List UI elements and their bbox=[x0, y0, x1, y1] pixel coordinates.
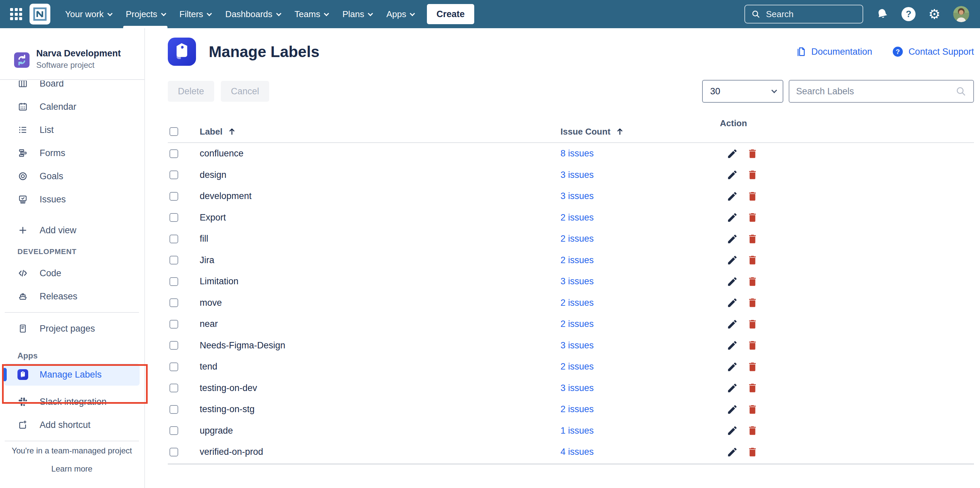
contact-support-link[interactable]: ? Contact Support bbox=[892, 46, 974, 58]
delete-label-button[interactable] bbox=[747, 404, 758, 415]
issue-count-link[interactable]: 2 issues bbox=[560, 319, 594, 329]
edit-label-button[interactable] bbox=[727, 425, 738, 436]
settings-gear-icon[interactable]: ⚙ bbox=[928, 7, 940, 21]
issue-count-link[interactable]: 2 issues bbox=[560, 361, 594, 372]
edit-label-button[interactable] bbox=[727, 233, 738, 245]
edit-label-button[interactable] bbox=[727, 318, 738, 330]
delete-label-button[interactable] bbox=[747, 340, 758, 351]
sidebar-item-project-pages[interactable]: Project pages bbox=[4, 318, 140, 340]
create-button[interactable]: Create bbox=[427, 4, 474, 24]
nav-item-teams[interactable]: Teams bbox=[293, 0, 329, 28]
nav-item-plans[interactable]: Plans bbox=[341, 0, 373, 28]
row-checkbox[interactable] bbox=[170, 170, 178, 179]
row-checkbox[interactable] bbox=[170, 298, 178, 307]
issue-count-link[interactable]: 3 issues bbox=[560, 340, 594, 351]
user-avatar[interactable] bbox=[953, 6, 969, 22]
sidebar-item-calendar[interactable]: Calendar bbox=[4, 95, 140, 118]
delete-label-button[interactable] bbox=[747, 148, 758, 159]
edit-label-button[interactable] bbox=[727, 169, 738, 181]
row-checkbox[interactable] bbox=[170, 362, 178, 371]
delete-label-button[interactable] bbox=[747, 297, 758, 308]
sidebar-item-add-view[interactable]: Add view bbox=[4, 219, 140, 241]
global-search-input[interactable]: Search bbox=[745, 5, 863, 24]
nav-item-dashboards[interactable]: Dashboards bbox=[224, 0, 281, 28]
nav-item-apps[interactable]: Apps bbox=[385, 0, 415, 28]
issue-count-link[interactable]: 2 issues bbox=[560, 298, 594, 308]
sidebar-item-forms[interactable]: Forms bbox=[4, 142, 140, 164]
delete-label-button[interactable] bbox=[747, 425, 758, 436]
delete-label-button[interactable] bbox=[747, 169, 758, 181]
sidebar-item-issues[interactable]: Issues bbox=[4, 188, 140, 210]
sidebar-item-slack-integration[interactable]: Slack integration bbox=[4, 391, 140, 413]
row-checkbox[interactable] bbox=[170, 235, 178, 243]
delete-label-button[interactable] bbox=[747, 318, 758, 330]
edit-label-button[interactable] bbox=[727, 340, 738, 351]
sidebar-item-goals[interactable]: Goals bbox=[4, 165, 140, 187]
row-checkbox[interactable] bbox=[170, 426, 178, 435]
select-all-checkbox[interactable] bbox=[170, 127, 178, 136]
row-checkbox[interactable] bbox=[170, 149, 178, 158]
issue-count-link[interactable]: 2 issues bbox=[560, 234, 594, 244]
jira-logo[interactable] bbox=[30, 4, 50, 24]
issue-count-column-header[interactable]: Issue Count bbox=[560, 127, 722, 137]
delete-label-button[interactable] bbox=[747, 233, 758, 245]
nav-item-projects[interactable]: Projects bbox=[124, 0, 166, 28]
edit-label-button[interactable] bbox=[727, 191, 738, 202]
edit-label-button[interactable] bbox=[727, 382, 738, 394]
label-column-header[interactable]: Label bbox=[200, 127, 560, 137]
edit-label-button[interactable] bbox=[727, 212, 738, 223]
sidebar-item-add-shortcut[interactable]: Add shortcut bbox=[4, 414, 140, 436]
sidebar-item-label: Slack integration bbox=[40, 397, 107, 407]
row-checkbox[interactable] bbox=[170, 277, 178, 286]
row-checkbox[interactable] bbox=[170, 384, 178, 393]
delete-label-button[interactable] bbox=[747, 361, 758, 372]
edit-label-button[interactable] bbox=[727, 148, 738, 159]
delete-label-button[interactable] bbox=[747, 191, 758, 202]
help-icon[interactable]: ? bbox=[902, 7, 916, 21]
delete-button[interactable]: Delete bbox=[168, 81, 214, 102]
sidebar-item-releases[interactable]: Releases bbox=[4, 285, 140, 307]
row-checkbox[interactable] bbox=[170, 192, 178, 201]
sidebar-item-manage-labels[interactable]: Manage Labels bbox=[4, 364, 140, 386]
issue-count-link[interactable]: 8 issues bbox=[560, 148, 594, 159]
nav-item-filters[interactable]: Filters bbox=[178, 0, 212, 28]
issue-count-link[interactable]: 3 issues bbox=[560, 191, 594, 201]
delete-label-button[interactable] bbox=[747, 276, 758, 287]
issue-count-link[interactable]: 2 issues bbox=[560, 404, 594, 415]
row-checkbox[interactable] bbox=[170, 448, 178, 456]
delete-label-button[interactable] bbox=[747, 212, 758, 223]
issue-count-link[interactable]: 3 issues bbox=[560, 170, 594, 180]
edit-label-button[interactable] bbox=[727, 276, 738, 287]
edit-label-button[interactable] bbox=[727, 254, 738, 266]
sidebar-item-list[interactable]: List bbox=[4, 119, 140, 141]
issue-count-link[interactable]: 4 issues bbox=[560, 447, 594, 457]
row-checkbox[interactable] bbox=[170, 256, 178, 264]
learn-more-link[interactable]: Learn more bbox=[0, 464, 144, 474]
pencil-icon bbox=[727, 297, 738, 308]
row-checkbox[interactable] bbox=[170, 341, 178, 350]
documentation-link[interactable]: Documentation bbox=[796, 46, 872, 57]
sidebar-item-board[interactable]: Board bbox=[4, 81, 140, 95]
row-checkbox[interactable] bbox=[170, 320, 178, 329]
issue-count-link[interactable]: 2 issues bbox=[560, 213, 594, 223]
row-checkbox[interactable] bbox=[170, 213, 178, 222]
delete-label-button[interactable] bbox=[747, 447, 758, 458]
notifications-bell-icon[interactable] bbox=[876, 8, 889, 21]
issue-count-link[interactable]: 1 issues bbox=[560, 426, 594, 436]
sidebar-item-code[interactable]: Code bbox=[4, 262, 140, 284]
edit-label-button[interactable] bbox=[727, 297, 738, 308]
issue-count-link[interactable]: 3 issues bbox=[560, 383, 594, 393]
issue-count-link[interactable]: 3 issues bbox=[560, 276, 594, 287]
edit-label-button[interactable] bbox=[727, 447, 738, 458]
app-switcher-icon[interactable] bbox=[10, 8, 22, 20]
label-search-input[interactable] bbox=[796, 86, 955, 97]
delete-label-button[interactable] bbox=[747, 254, 758, 266]
row-checkbox[interactable] bbox=[170, 405, 178, 414]
nav-item-your-work[interactable]: Your work bbox=[64, 0, 113, 28]
page-size-select[interactable]: 30 bbox=[702, 80, 783, 103]
delete-label-button[interactable] bbox=[747, 382, 758, 394]
issue-count-link[interactable]: 2 issues bbox=[560, 255, 594, 265]
cancel-button[interactable]: Cancel bbox=[221, 81, 269, 102]
edit-label-button[interactable] bbox=[727, 404, 738, 415]
edit-label-button[interactable] bbox=[727, 361, 738, 372]
